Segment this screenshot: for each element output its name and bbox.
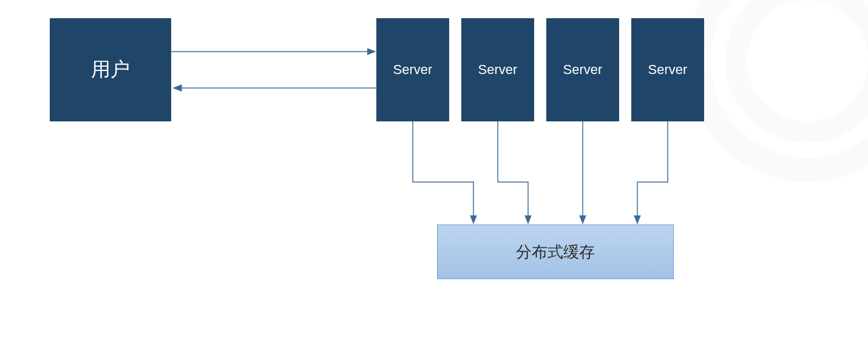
server-box-3: Server bbox=[546, 18, 619, 121]
cache-box: 分布式缓存 bbox=[437, 225, 674, 279]
background-decoration bbox=[686, 0, 868, 182]
user-box: 用户 bbox=[50, 18, 171, 121]
arrow-server2-to-cache bbox=[498, 121, 528, 223]
cache-label: 分布式缓存 bbox=[516, 242, 595, 263]
arrow-server4-to-cache bbox=[637, 121, 668, 223]
server-label-4: Server bbox=[648, 62, 688, 78]
server-label-2: Server bbox=[478, 62, 518, 78]
server-box-4: Server bbox=[631, 18, 704, 121]
server-label-3: Server bbox=[563, 62, 603, 78]
user-label: 用户 bbox=[91, 56, 130, 83]
arrow-server1-to-cache bbox=[413, 121, 473, 223]
server-box-2: Server bbox=[461, 18, 534, 121]
server-label-1: Server bbox=[393, 62, 433, 78]
server-box-1: Server bbox=[376, 18, 449, 121]
